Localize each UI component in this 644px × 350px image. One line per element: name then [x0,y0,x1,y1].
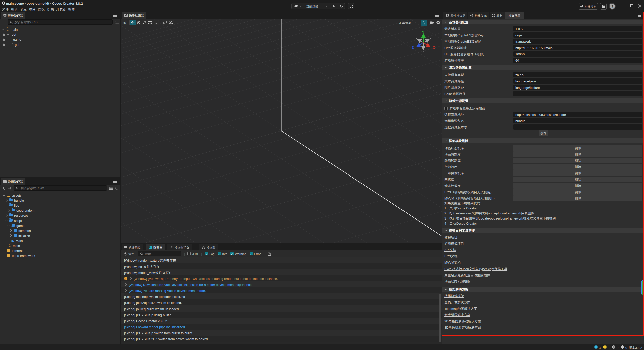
svg-text:Z: Z [412,45,414,49]
svg-text:X: X [433,45,435,49]
svg-text:Y: Y [422,31,424,34]
